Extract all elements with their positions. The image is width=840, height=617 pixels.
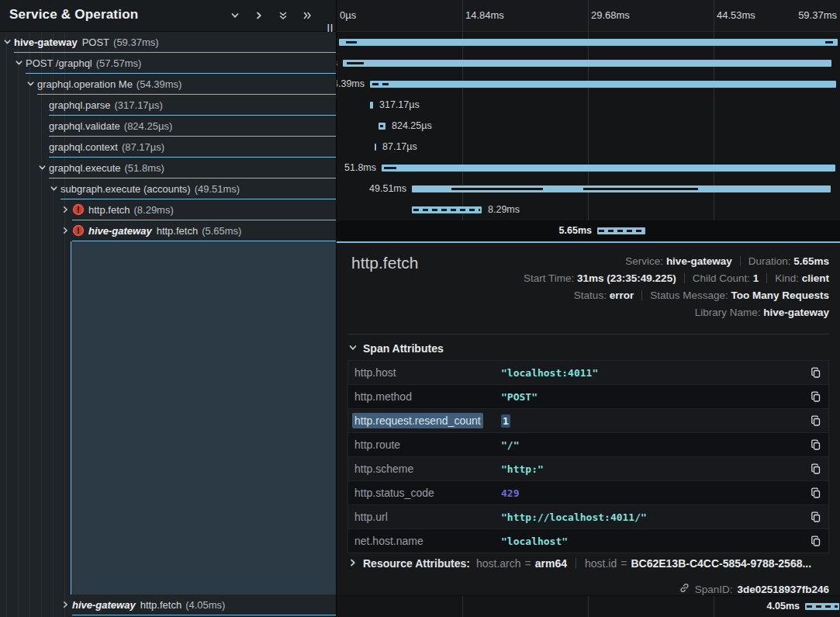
span-attributes-heading: Span Attributes	[363, 342, 444, 355]
meta-separator	[641, 290, 642, 300]
span-bar[interactable]	[370, 81, 836, 88]
resource-value: BC62E13B-C4CC-5854-9788-2568...	[631, 557, 811, 570]
span-duration: (59.37ms)	[113, 36, 159, 48]
tree-row[interactable]: http.fetch(8.29ms)	[0, 199, 336, 220]
attribute-value: "/"	[501, 439, 519, 451]
meta-label: Library Name:	[695, 307, 764, 318]
span-detail-meta: Service: hive-gatewayDuration: 5.65msSta…	[524, 253, 829, 321]
span-bar[interactable]	[382, 165, 835, 172]
tree-row-content: hive-gatewayhttp.fetch(5.65ms)	[0, 220, 336, 241]
self-time-segment	[807, 605, 838, 608]
meta-label: Kind:	[775, 272, 802, 284]
double-chevron-down-icon[interactable]	[278, 10, 289, 21]
span-duration: (87.17µs)	[122, 141, 164, 153]
duration-label: 51.8ms	[344, 158, 376, 179]
resource-value: arm64	[535, 557, 567, 570]
attribute-key: http.route	[354, 438, 400, 451]
resource-separator	[576, 558, 576, 569]
tree-row[interactable]: POST /graphql(57.57ms)	[0, 53, 336, 74]
equals-sign: =	[525, 557, 531, 570]
chevron-down-icon[interactable]	[15, 59, 23, 68]
span-duration: (4.05ms)	[185, 599, 225, 611]
tree-row[interactable]: graphql.operation Me(54.39ms)	[0, 74, 336, 95]
tree-row[interactable]: subgraph.execute (accounts)(49.51ms)	[0, 179, 336, 199]
span-operation-name: http.fetch	[157, 225, 198, 237]
span-bar[interactable]	[339, 39, 838, 46]
attribute-row[interactable]: http.url"http://localhost:4011/"	[348, 504, 828, 529]
span-tree-header: Service & Operation ||	[0, 0, 336, 32]
resource-attributes-row[interactable]: Resource Attributes:host.arch=arm64host.…	[348, 557, 829, 570]
tree-row-content: graphql.parse(317.17µs)	[0, 95, 336, 115]
chevron-down-icon[interactable]	[50, 185, 58, 193]
timeline-tick-label: 59.37ms	[798, 9, 837, 21]
span-bar[interactable]	[370, 102, 373, 109]
duration-label: 5.65ms	[559, 220, 592, 241]
duration-label: 49.51ms	[369, 179, 406, 199]
copy-icon[interactable]	[810, 487, 822, 499]
attribute-key: http.scheme	[354, 463, 413, 475]
attribute-row[interactable]: http.host"localhost:4011"	[348, 361, 828, 384]
tree-row[interactable]: graphql.context(87.17µs)	[0, 137, 336, 158]
tree-row[interactable]: graphql.validate(824.25µs)	[0, 116, 336, 137]
tree-row[interactable]: graphql.parse(317.17µs)	[0, 95, 336, 116]
error-icon	[72, 203, 85, 216]
chevron-down-icon[interactable]	[38, 164, 47, 172]
copy-icon[interactable]	[810, 438, 822, 451]
copy-icon[interactable]	[810, 390, 822, 403]
chevron-right-icon[interactable]	[61, 227, 70, 235]
copy-icon[interactable]	[810, 366, 822, 379]
span-id-row: SpanID: 3de02518937fb246	[679, 582, 829, 596]
panel-resize-handle[interactable]: ||	[327, 23, 334, 32]
tree-row-content: graphql.execute(51.8ms)	[0, 158, 336, 178]
attribute-value: "localhost:4011"	[501, 367, 598, 379]
attribute-key: http.status_code	[354, 487, 434, 499]
tree-row-content: POST /graphql(57.57ms)	[0, 53, 336, 73]
attribute-row[interactable]: http.scheme"http:"	[348, 456, 828, 480]
span-duration: (824.25µs)	[124, 120, 172, 132]
tree-row[interactable]: graphql.execute(51.8ms)	[0, 158, 336, 179]
chevron-right-icon[interactable]	[61, 206, 70, 214]
tree-row-content: graphql.operation Me(54.39ms)	[0, 74, 336, 94]
chevron-spacer	[38, 101, 47, 109]
tree-row[interactable]: hive-gatewayhttp.fetch(4.05ms)	[0, 594, 336, 615]
timeline-row: 824.25µs	[337, 116, 840, 137]
double-chevron-right-icon[interactable]	[302, 10, 313, 21]
span-bar[interactable]	[343, 60, 831, 67]
attribute-value: "http:"	[501, 463, 544, 475]
meta-value: Too Many Requests	[731, 289, 829, 301]
attribute-row[interactable]: http.status_code429	[348, 480, 828, 504]
tree-row[interactable]: hive-gatewayhttp.fetch(5.65ms)	[0, 220, 336, 241]
span-service-name: hive-gateway	[14, 36, 78, 48]
chevron-right-icon[interactable]	[61, 601, 70, 609]
span-attributes-table: http.host"localhost:4011"http.method"POS…	[347, 360, 829, 553]
link-icon[interactable]	[679, 582, 690, 596]
span-bar[interactable]	[375, 144, 376, 151]
meta-value: 5.65ms	[793, 255, 829, 267]
duration-label: 57.57ms	[337, 53, 337, 74]
chevron-down-icon[interactable]	[3, 38, 12, 47]
span-attributes-toggle[interactable]: Span Attributes	[348, 342, 444, 355]
attribute-row[interactable]: http.method"POST"	[348, 384, 828, 408]
span-operation-name: http.fetch	[88, 204, 130, 216]
tree-row-content: graphql.context(87.17µs)	[0, 137, 336, 157]
tree-row-content: graphql.validate(824.25µs)	[0, 116, 336, 136]
chevron-down-icon[interactable]	[230, 10, 240, 21]
chevron-down-icon[interactable]	[26, 80, 35, 88]
tree-row[interactable]: hive-gatewayPOST(59.37ms)	[0, 32, 336, 53]
span-operation-name: graphql.execute	[49, 162, 121, 174]
copy-icon[interactable]	[810, 414, 822, 427]
duration-label: 8.29ms	[488, 199, 520, 220]
attribute-row[interactable]: http.request.resend_count1	[348, 408, 828, 432]
meta-value: error	[610, 289, 634, 301]
attribute-row[interactable]: net.host.name"localhost"	[348, 529, 828, 553]
copy-icon[interactable]	[810, 511, 822, 523]
attribute-row[interactable]: http.route"/"	[348, 432, 828, 456]
copy-icon[interactable]	[810, 535, 822, 547]
attribute-value: 1	[501, 414, 510, 428]
chevron-right-icon[interactable]	[254, 10, 264, 21]
duration-label: 824.25µs	[392, 116, 432, 137]
self-time-segment	[346, 41, 357, 43]
span-operation-name: graphql.validate	[49, 120, 120, 132]
timeline-row: 87.17µs	[337, 137, 840, 158]
copy-icon[interactable]	[810, 463, 822, 475]
